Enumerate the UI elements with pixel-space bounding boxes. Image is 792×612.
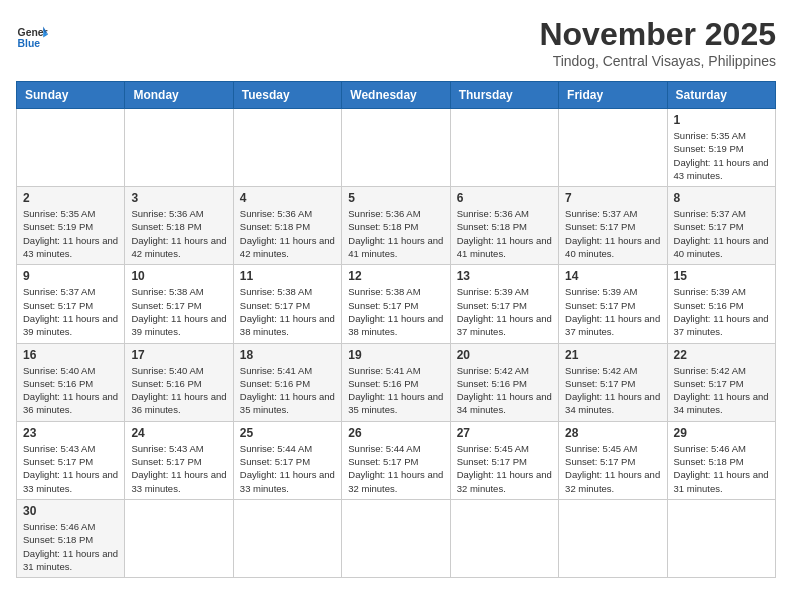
calendar-row: 1Sunrise: 5:35 AMSunset: 5:19 PMDaylight…	[17, 109, 776, 187]
day-number: 6	[457, 191, 552, 205]
header-wednesday: Wednesday	[342, 82, 450, 109]
table-row	[342, 109, 450, 187]
table-row: 7Sunrise: 5:37 AMSunset: 5:17 PMDaylight…	[559, 187, 667, 265]
table-row: 9Sunrise: 5:37 AMSunset: 5:17 PMDaylight…	[17, 265, 125, 343]
header-monday: Monday	[125, 82, 233, 109]
day-number: 22	[674, 348, 769, 362]
table-row: 16Sunrise: 5:40 AMSunset: 5:16 PMDayligh…	[17, 343, 125, 421]
day-number: 3	[131, 191, 226, 205]
day-number: 10	[131, 269, 226, 283]
day-info: Sunrise: 5:43 AMSunset: 5:17 PMDaylight:…	[131, 442, 226, 495]
day-number: 9	[23, 269, 118, 283]
day-info: Sunrise: 5:42 AMSunset: 5:16 PMDaylight:…	[457, 364, 552, 417]
table-row: 8Sunrise: 5:37 AMSunset: 5:17 PMDaylight…	[667, 187, 775, 265]
month-title: November 2025	[539, 16, 776, 53]
table-row: 17Sunrise: 5:40 AMSunset: 5:16 PMDayligh…	[125, 343, 233, 421]
day-info: Sunrise: 5:38 AMSunset: 5:17 PMDaylight:…	[131, 285, 226, 338]
header-saturday: Saturday	[667, 82, 775, 109]
table-row	[559, 109, 667, 187]
table-row: 1Sunrise: 5:35 AMSunset: 5:19 PMDaylight…	[667, 109, 775, 187]
table-row: 2Sunrise: 5:35 AMSunset: 5:19 PMDaylight…	[17, 187, 125, 265]
day-info: Sunrise: 5:42 AMSunset: 5:17 PMDaylight:…	[674, 364, 769, 417]
day-info: Sunrise: 5:36 AMSunset: 5:18 PMDaylight:…	[240, 207, 335, 260]
day-info: Sunrise: 5:40 AMSunset: 5:16 PMDaylight:…	[131, 364, 226, 417]
table-row: 27Sunrise: 5:45 AMSunset: 5:17 PMDayligh…	[450, 421, 558, 499]
calendar-row: 9Sunrise: 5:37 AMSunset: 5:17 PMDaylight…	[17, 265, 776, 343]
day-number: 7	[565, 191, 660, 205]
day-number: 2	[23, 191, 118, 205]
table-row: 12Sunrise: 5:38 AMSunset: 5:17 PMDayligh…	[342, 265, 450, 343]
table-row: 26Sunrise: 5:44 AMSunset: 5:17 PMDayligh…	[342, 421, 450, 499]
day-number: 24	[131, 426, 226, 440]
day-number: 1	[674, 113, 769, 127]
table-row	[667, 499, 775, 577]
calendar-row: 16Sunrise: 5:40 AMSunset: 5:16 PMDayligh…	[17, 343, 776, 421]
table-row: 5Sunrise: 5:36 AMSunset: 5:18 PMDaylight…	[342, 187, 450, 265]
day-info: Sunrise: 5:45 AMSunset: 5:17 PMDaylight:…	[457, 442, 552, 495]
day-number: 26	[348, 426, 443, 440]
table-row: 15Sunrise: 5:39 AMSunset: 5:16 PMDayligh…	[667, 265, 775, 343]
table-row: 23Sunrise: 5:43 AMSunset: 5:17 PMDayligh…	[17, 421, 125, 499]
day-info: Sunrise: 5:39 AMSunset: 5:17 PMDaylight:…	[457, 285, 552, 338]
day-info: Sunrise: 5:36 AMSunset: 5:18 PMDaylight:…	[131, 207, 226, 260]
day-info: Sunrise: 5:37 AMSunset: 5:17 PMDaylight:…	[565, 207, 660, 260]
calendar-row: 23Sunrise: 5:43 AMSunset: 5:17 PMDayligh…	[17, 421, 776, 499]
day-number: 20	[457, 348, 552, 362]
table-row	[342, 499, 450, 577]
calendar-row: 30Sunrise: 5:46 AMSunset: 5:18 PMDayligh…	[17, 499, 776, 577]
calendar-row: 2Sunrise: 5:35 AMSunset: 5:19 PMDaylight…	[17, 187, 776, 265]
table-row	[233, 499, 341, 577]
table-row: 10Sunrise: 5:38 AMSunset: 5:17 PMDayligh…	[125, 265, 233, 343]
location-subtitle: Tindog, Central Visayas, Philippines	[539, 53, 776, 69]
table-row: 24Sunrise: 5:43 AMSunset: 5:17 PMDayligh…	[125, 421, 233, 499]
day-info: Sunrise: 5:38 AMSunset: 5:17 PMDaylight:…	[240, 285, 335, 338]
table-row: 28Sunrise: 5:45 AMSunset: 5:17 PMDayligh…	[559, 421, 667, 499]
day-number: 5	[348, 191, 443, 205]
day-info: Sunrise: 5:39 AMSunset: 5:16 PMDaylight:…	[674, 285, 769, 338]
day-number: 16	[23, 348, 118, 362]
day-info: Sunrise: 5:46 AMSunset: 5:18 PMDaylight:…	[674, 442, 769, 495]
title-section: November 2025 Tindog, Central Visayas, P…	[539, 16, 776, 69]
table-row: 29Sunrise: 5:46 AMSunset: 5:18 PMDayligh…	[667, 421, 775, 499]
day-number: 14	[565, 269, 660, 283]
day-info: Sunrise: 5:43 AMSunset: 5:17 PMDaylight:…	[23, 442, 118, 495]
day-number: 29	[674, 426, 769, 440]
table-row	[559, 499, 667, 577]
day-info: Sunrise: 5:37 AMSunset: 5:17 PMDaylight:…	[23, 285, 118, 338]
day-info: Sunrise: 5:44 AMSunset: 5:17 PMDaylight:…	[240, 442, 335, 495]
header-friday: Friday	[559, 82, 667, 109]
table-row: 22Sunrise: 5:42 AMSunset: 5:17 PMDayligh…	[667, 343, 775, 421]
page-header: General Blue November 2025 Tindog, Centr…	[16, 16, 776, 69]
day-number: 19	[348, 348, 443, 362]
table-row	[125, 499, 233, 577]
svg-text:Blue: Blue	[18, 38, 41, 49]
header-sunday: Sunday	[17, 82, 125, 109]
table-row: 21Sunrise: 5:42 AMSunset: 5:17 PMDayligh…	[559, 343, 667, 421]
table-row	[17, 109, 125, 187]
day-number: 13	[457, 269, 552, 283]
day-info: Sunrise: 5:36 AMSunset: 5:18 PMDaylight:…	[348, 207, 443, 260]
day-info: Sunrise: 5:41 AMSunset: 5:16 PMDaylight:…	[348, 364, 443, 417]
day-number: 4	[240, 191, 335, 205]
day-number: 12	[348, 269, 443, 283]
day-number: 28	[565, 426, 660, 440]
day-number: 8	[674, 191, 769, 205]
day-info: Sunrise: 5:36 AMSunset: 5:18 PMDaylight:…	[457, 207, 552, 260]
table-row	[125, 109, 233, 187]
day-number: 17	[131, 348, 226, 362]
day-info: Sunrise: 5:38 AMSunset: 5:17 PMDaylight:…	[348, 285, 443, 338]
day-number: 11	[240, 269, 335, 283]
day-info: Sunrise: 5:42 AMSunset: 5:17 PMDaylight:…	[565, 364, 660, 417]
weekday-header-row: Sunday Monday Tuesday Wednesday Thursday…	[17, 82, 776, 109]
logo-icon: General Blue	[16, 20, 48, 52]
table-row	[450, 499, 558, 577]
table-row: 20Sunrise: 5:42 AMSunset: 5:16 PMDayligh…	[450, 343, 558, 421]
table-row: 3Sunrise: 5:36 AMSunset: 5:18 PMDaylight…	[125, 187, 233, 265]
table-row: 18Sunrise: 5:41 AMSunset: 5:16 PMDayligh…	[233, 343, 341, 421]
table-row: 30Sunrise: 5:46 AMSunset: 5:18 PMDayligh…	[17, 499, 125, 577]
day-info: Sunrise: 5:39 AMSunset: 5:17 PMDaylight:…	[565, 285, 660, 338]
day-info: Sunrise: 5:35 AMSunset: 5:19 PMDaylight:…	[674, 129, 769, 182]
day-info: Sunrise: 5:37 AMSunset: 5:17 PMDaylight:…	[674, 207, 769, 260]
day-number: 21	[565, 348, 660, 362]
table-row: 4Sunrise: 5:36 AMSunset: 5:18 PMDaylight…	[233, 187, 341, 265]
